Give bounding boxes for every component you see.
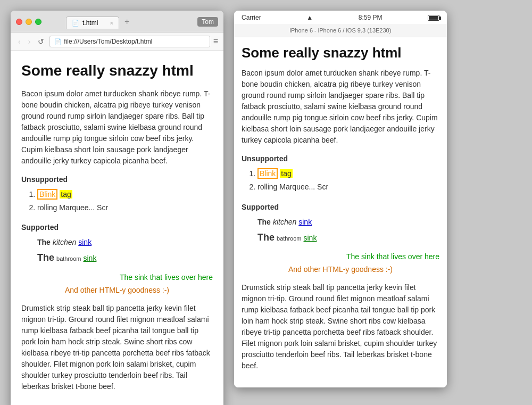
address-bar[interactable]: 📄 file:///Users/Tom/Desktop/t.html xyxy=(49,36,210,47)
phone-body-paragraph-2: Drumstick strip steak ball tip pancetta … xyxy=(242,282,439,371)
new-tab-button[interactable]: + xyxy=(120,15,134,29)
browser-tab-active[interactable]: 📄 t.html × xyxy=(66,16,119,29)
phone-content: Some really snazzy html Bacon ipsum dolo… xyxy=(234,37,447,387)
browser-titlebar: 📄 t.html × + Tom xyxy=(11,11,223,32)
supported-1-bold: The xyxy=(37,236,51,249)
phone-supported-2-small: bathroom xyxy=(277,234,301,244)
supported-item-1: The kitchen sink xyxy=(37,236,213,249)
battery-icon xyxy=(428,15,439,21)
phone-supported-item-1: The kitchen sink xyxy=(257,216,439,229)
phone-list-item-1: Blink tag xyxy=(257,167,439,180)
right-align-text: The sink that lives over here xyxy=(21,273,213,282)
phone-blink-text: Blink xyxy=(257,168,278,179)
browser-window: 📄 t.html × + Tom ‹ › ↺ 📄 file:///Users/T… xyxy=(11,11,223,405)
phone-supported-list: The kitchen sink The bathroom sink xyxy=(257,216,439,246)
supported-item-2: The bathroom sink xyxy=(37,249,213,266)
supported-heading: Supported xyxy=(21,223,213,232)
time-text: 8:59 PM xyxy=(359,14,383,21)
body-paragraph-1: Bacon ipsum dolor amet turducken shank r… xyxy=(21,88,213,167)
phone-tag-text: tag xyxy=(280,169,292,178)
address-lock-icon: 📄 xyxy=(54,38,62,45)
tab-close-button[interactable]: × xyxy=(110,20,113,26)
phone-supported-heading: Supported xyxy=(242,203,439,211)
tag-text: tag xyxy=(60,190,72,199)
center-text: And other HTML-y goodness :-) xyxy=(21,286,213,294)
nav-menu-button[interactable]: ≡ xyxy=(213,37,218,46)
phone-supported-item-2: The bathroom sink xyxy=(257,229,439,246)
minimize-button[interactable] xyxy=(26,19,32,25)
supported-2-bold: The xyxy=(37,249,54,266)
phone-body-paragraph-1: Bacon ipsum dolor amet turducken shank r… xyxy=(242,68,439,146)
phone-supported-1-bold: The xyxy=(257,216,271,229)
browser-controls: 📄 t.html × + Tom xyxy=(16,15,218,29)
phone-supported-2-link[interactable]: sink xyxy=(304,232,317,245)
address-text: file:///Users/Tom/Desktop/t.html xyxy=(64,38,152,45)
list-item-2: rolling Marquee... Scr xyxy=(37,201,213,214)
list-item-1: Blink tag xyxy=(37,188,213,201)
back-button[interactable]: ‹ xyxy=(16,36,23,47)
phone-center-text: And other HTML-y goodness :-) xyxy=(242,265,439,274)
phone-page-title: Some really snazzy html xyxy=(242,45,439,61)
forward-button[interactable]: › xyxy=(26,36,33,47)
unsupported-list: Blink tag rolling Marquee... Scr xyxy=(37,188,213,214)
phone-statusbar: Carrier ▲ 8:59 PM xyxy=(234,11,447,25)
supported-1-italic: kitchen xyxy=(53,236,76,249)
tab-title: t.html xyxy=(82,19,98,27)
body-paragraph-2: Drumstick strip steak ball tip pancetta … xyxy=(21,303,213,392)
supported-1-link[interactable]: sink xyxy=(78,236,92,249)
close-button[interactable] xyxy=(16,19,22,25)
maximize-button[interactable] xyxy=(35,19,41,25)
supported-2-small: bathroom xyxy=(56,254,81,265)
phone-title-bar: iPhone 6 - iPhone 6 / iOS 9.3 (13E230) xyxy=(234,25,447,37)
unsupported-heading: Unsupported xyxy=(21,175,213,184)
phone-right-align-text: The sink that lives over here xyxy=(242,252,439,261)
browser-content: Some really snazzy html Bacon ipsum dolo… xyxy=(11,51,223,405)
wifi-icon: ▲ xyxy=(306,14,313,21)
browser-navbar: ‹ › ↺ 📄 file:///Users/Tom/Desktop/t.html… xyxy=(11,32,223,51)
phone-supported-1-italic: kitchen xyxy=(273,216,296,229)
phone-list-item-2: rolling Marquee... Scr xyxy=(257,180,439,194)
phone-window: Carrier ▲ 8:59 PM iPhone 6 - iPhone 6 / … xyxy=(234,11,447,387)
supported-list: The kitchen sink The bathroom sink xyxy=(37,236,213,267)
blink-text: Blink xyxy=(37,189,57,200)
phone-supported-1-link[interactable]: sink xyxy=(298,216,312,229)
phone-unsupported-heading: Unsupported xyxy=(242,154,439,163)
page-title: Some really snazzy html xyxy=(21,62,213,80)
browser-tabs: 📄 t.html × + xyxy=(66,15,134,29)
phone-unsupported-list: Blink tag rolling Marquee... Scr xyxy=(257,167,439,194)
user-badge: Tom xyxy=(197,17,218,27)
carrier-text: Carrier xyxy=(242,14,261,21)
refresh-button[interactable]: ↺ xyxy=(36,36,46,47)
phone-supported-2-bold: The xyxy=(257,229,275,246)
supported-2-link[interactable]: sink xyxy=(84,252,97,265)
tab-doc-icon: 📄 xyxy=(72,20,79,27)
